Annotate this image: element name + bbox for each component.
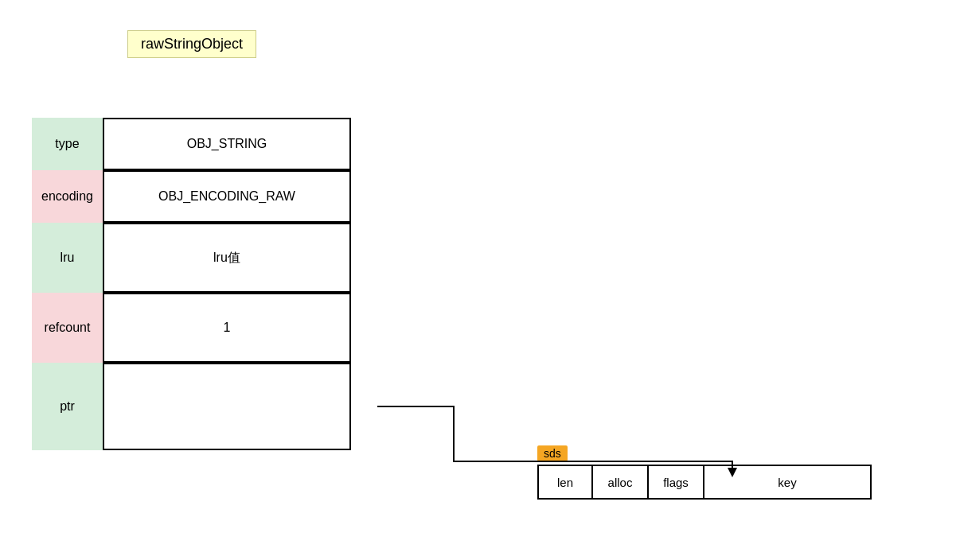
sds-alloc: alloc bbox=[593, 465, 649, 500]
sds-key: key bbox=[704, 465, 872, 500]
label-lru: lru bbox=[32, 223, 103, 293]
sds-len: len bbox=[537, 465, 593, 500]
sds-label: sds bbox=[537, 445, 568, 461]
value-ptr bbox=[104, 363, 351, 450]
label-column: type encoding lru refcount ptr bbox=[32, 118, 103, 450]
diagram-title: rawStringObject bbox=[127, 30, 256, 58]
value-lru: lru值 bbox=[104, 223, 351, 293]
sds-container: sds len alloc flags key bbox=[537, 445, 872, 500]
value-encoding: OBJ_ENCODING_RAW bbox=[104, 170, 351, 223]
label-type: type bbox=[32, 118, 103, 170]
label-refcount: refcount bbox=[32, 293, 103, 363]
label-ptr: ptr bbox=[32, 363, 103, 450]
sds-flags: flags bbox=[649, 465, 704, 500]
value-column: OBJ_STRING OBJ_ENCODING_RAW lru值 1 bbox=[103, 118, 351, 450]
value-type: OBJ_STRING bbox=[104, 118, 351, 170]
label-encoding: encoding bbox=[32, 170, 103, 223]
struct-table: type encoding lru refcount ptr OBJ_STRIN… bbox=[32, 118, 351, 450]
sds-table: len alloc flags key bbox=[537, 465, 872, 500]
value-refcount: 1 bbox=[104, 293, 351, 363]
